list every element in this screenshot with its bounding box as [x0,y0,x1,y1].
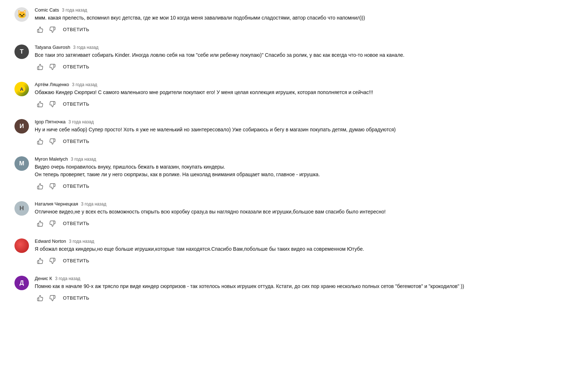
comment-text: Ну и ниче себе набор) Супер просто! Хоть… [35,126,571,134]
thumb-down-button[interactable] [47,293,58,303]
thumb-down-icon [49,138,56,145]
comment-actions: ОТВЕТИТЬ [35,25,571,34]
thumb-down-button[interactable] [47,62,58,72]
avatar: T [14,45,29,59]
thumb-up-button[interactable] [35,256,46,266]
comment-header: Igор Пятночка3 года назад [35,119,571,124]
comment-actions: ОТВЕТИТЬ [35,136,571,146]
reply-button[interactable]: ОТВЕТИТЬ [59,62,93,72]
reply-button[interactable]: ОТВЕТИТЬ [59,99,93,109]
reply-button[interactable]: ОТВЕТИТЬ [59,219,93,228]
comment-actions: ОТВЕТИТЬ [35,219,571,228]
thumb-down-button[interactable] [47,256,58,266]
comment-text: ммм. какая прелесть, вспомнил вкус детст… [35,14,571,22]
thumb-down-button[interactable] [47,182,58,191]
comment-text: Отличное видео,не у всех есть возможност… [35,208,571,216]
reply-button[interactable]: ОТВЕТИТЬ [59,136,93,146]
thumb-down-icon [49,26,56,33]
comment-actions: ОТВЕТИТЬ [35,99,571,109]
thumb-up-icon [37,258,43,264]
avatar [14,238,29,253]
thumb-up-icon [37,295,43,301]
comment-item: 🐱Comic Cats3 года назадммм. какая прелес… [14,7,571,34]
comment-author[interactable]: Денис К [35,276,52,281]
comment-time: 3 года назад [69,239,94,244]
comment-section: 🐱Comic Cats3 года назадммм. какая прелес… [14,7,571,303]
comment-actions: ОТВЕТИТЬ [35,256,571,266]
comment-body: Myron Maletych3 года назадВидео очерь по… [35,156,571,191]
thumb-down-button[interactable] [47,219,58,228]
comment-body: Артём Лященко3 года назадОбажаю Киндер С… [35,82,571,109]
thumb-up-icon [37,26,43,33]
comment-text: Обажаю Киндер Сюрприз! С самого маленько… [35,89,571,96]
comment-body: Igор Пятночка3 года назадНу и ниче себе … [35,119,571,146]
comment-body: Наталия Чернецкая3 года назадОтличное ви… [35,201,571,228]
comment-time: 3 года назад [72,82,97,87]
comment-body: Edward Norton3 года назадЯ обожал всегда… [35,238,571,266]
thumb-up-icon [37,138,43,145]
comment-author[interactable]: Артём Лященко [35,82,69,87]
thumb-up-button[interactable] [35,25,46,34]
thumb-up-button[interactable] [35,219,46,228]
comment-text: Видео очерь понравилось внуку, пришлось … [35,163,571,178]
thumb-up-button[interactable] [35,137,46,146]
thumb-up-button[interactable] [35,182,46,191]
comment-item: ИIgор Пятночка3 года назадНу и ниче себе… [14,119,571,146]
avatar: Н [14,201,29,216]
comment-item: ДДенис К3 года назадПомню как в начале 9… [14,276,571,303]
thumb-down-icon [49,220,56,227]
thumb-down-icon [49,101,56,107]
reply-button[interactable]: ОТВЕТИТЬ [59,181,93,191]
avatar: Д [14,276,29,290]
svg-text:А: А [20,86,24,92]
thumb-down-icon [49,295,56,301]
comment-actions: ОТВЕТИТЬ [35,181,571,191]
thumb-up-icon [37,64,43,70]
comment-time: 3 года назад [71,157,96,162]
comment-author[interactable]: Edward Norton [35,238,66,244]
avatar: А [14,82,29,96]
comment-header: Edward Norton3 года назад [35,238,571,244]
thumb-down-button[interactable] [47,137,58,146]
comment-author[interactable]: Наталия Чернецкая [35,201,78,207]
comment-item: TTatyana Gavrosh3 года назадВсе таки это… [14,45,571,72]
thumb-up-button[interactable] [35,293,46,303]
comment-header: Наталия Чернецкая3 года назад [35,201,571,207]
thumb-up-button[interactable] [35,100,46,109]
comment-text: Помню как в начале 90-х аж трясло при ви… [35,283,571,290]
comment-author[interactable]: Myron Maletych [35,156,68,162]
reply-button[interactable]: ОТВЕТИТЬ [59,293,93,303]
comment-text: Все таки это затягивает собирать Kinder.… [35,51,571,59]
comment-item: ААртём Лященко3 года назадОбажаю Киндер … [14,82,571,109]
comment-author[interactable]: Comic Cats [35,7,59,13]
avatar: M [14,156,29,171]
comment-time: 3 года назад [81,202,106,207]
thumb-down-button[interactable] [47,100,58,109]
comment-time: 3 года назад [73,45,98,50]
comment-item: MMyron Maletych3 года назадВидео очерь п… [14,156,571,191]
reply-button[interactable]: ОТВЕТИТЬ [59,25,93,34]
comment-body: Comic Cats3 года назадммм. какая прелест… [35,7,571,34]
comment-item: ННаталия Чернецкая3 года назадОтличное в… [14,201,571,228]
thumb-up-icon [37,220,43,227]
comment-actions: ОТВЕТИТЬ [35,293,571,303]
comment-text: Я обожал всегда киндеры,но еще больше иг… [35,245,571,253]
thumb-down-icon [49,258,56,264]
thumb-down-icon [49,64,56,70]
reply-button[interactable]: ОТВЕТИТЬ [59,256,93,266]
thumb-down-button[interactable] [47,25,58,34]
comment-header: Артём Лященко3 года назад [35,82,571,87]
comment-author[interactable]: Tatyana Gavrosh [35,45,70,50]
thumb-up-icon [37,101,43,107]
comment-author[interactable]: Igор Пятночка [35,119,65,124]
avatar: 🐱 [14,7,29,22]
comment-body: Денис К3 года назадПомню как в начале 90… [35,276,571,303]
comment-header: Comic Cats3 года назад [35,7,571,13]
comment-header: Myron Maletych3 года назад [35,156,571,162]
comment-time: 3 года назад [55,276,80,281]
comment-time: 3 года назад [68,119,94,124]
comment-item: Edward Norton3 года назадЯ обожал всегда… [14,238,571,266]
avatar: И [14,119,29,134]
comment-actions: ОТВЕТИТЬ [35,62,571,72]
thumb-up-button[interactable] [35,62,46,72]
